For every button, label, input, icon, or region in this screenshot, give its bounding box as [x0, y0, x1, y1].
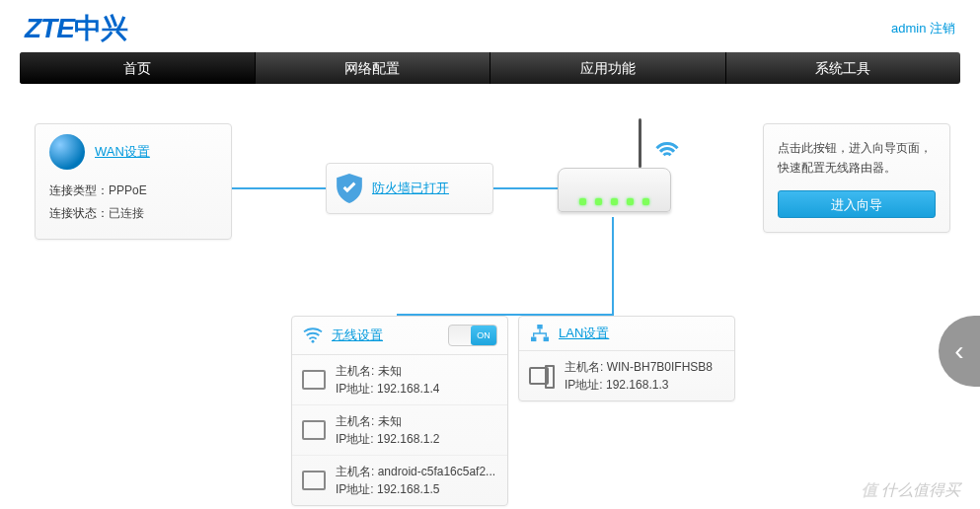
desktop-icon	[529, 365, 555, 387]
wifi-settings-link[interactable]: 无线设置	[332, 327, 440, 344]
tab-apps[interactable]: 应用功能	[490, 52, 726, 84]
led-icon	[611, 198, 618, 205]
lan-settings-link[interactable]: LAN设置	[559, 325, 724, 342]
wan-type-row: 连接类型：PPPoE	[49, 180, 217, 202]
led-icon	[579, 198, 586, 205]
tab-home[interactable]: 首页	[20, 52, 256, 84]
brand-logo: ZTE中兴	[25, 10, 127, 47]
globe-icon	[49, 134, 85, 170]
svg-rect-3	[544, 337, 549, 342]
led-icon	[595, 198, 602, 205]
laptop-icon	[302, 370, 326, 390]
device-row[interactable]: 主机名: 未知IP地址: 192.168.1.4	[292, 355, 507, 405]
router-body	[558, 168, 671, 212]
shield-icon	[337, 174, 362, 203]
antenna-icon	[639, 118, 641, 168]
led-icon	[627, 198, 634, 205]
router-graphic	[558, 118, 686, 237]
wifi-toggle[interactable]: ON	[448, 325, 497, 346]
firewall-card: 防火墙已打开	[326, 163, 493, 214]
connector-line	[493, 187, 567, 189]
wifi-card: 无线设置 ON 主机名: 未知IP地址: 192.168.1.4 主机名: 未知…	[291, 316, 508, 506]
wan-settings-link[interactable]: WAN设置	[95, 143, 150, 161]
led-icon	[642, 198, 649, 205]
lan-card: LAN设置 主机名: WIN-BH7B0IFHSB8IP地址: 192.168.…	[518, 316, 735, 401]
laptop-icon	[302, 420, 326, 440]
username[interactable]: admin	[891, 21, 926, 36]
main-nav: 首页 网络配置 应用功能 系统工具	[20, 52, 960, 84]
watermark: 值 什么值得买	[862, 480, 960, 501]
tab-system[interactable]: 系统工具	[726, 52, 961, 84]
connector-line	[232, 187, 326, 189]
laptop-icon	[302, 471, 326, 490]
logout-link[interactable]: 注销	[930, 21, 955, 36]
device-row[interactable]: 主机名: 未知IP地址: 192.168.1.2	[292, 405, 507, 456]
svg-point-0	[312, 340, 315, 343]
guide-card: 点击此按钮，进入向导页面，快速配置无线路由器。 进入向导	[763, 123, 950, 233]
device-row[interactable]: 主机名: android-c5fa16c5af2...IP地址: 192.168…	[292, 456, 507, 505]
wifi-icon	[302, 327, 324, 344]
guide-text: 点击此按钮，进入向导页面，快速配置无线路由器。	[778, 138, 936, 179]
device-row[interactable]: 主机名: WIN-BH7B0IFHSB8IP地址: 192.168.1.3	[519, 351, 734, 400]
guide-button[interactable]: 进入向导	[778, 190, 936, 218]
svg-rect-2	[531, 337, 536, 342]
wifi-signal-icon	[653, 133, 681, 161]
firewall-link[interactable]: 防火墙已打开	[372, 180, 449, 197]
tab-network[interactable]: 网络配置	[256, 52, 491, 84]
user-area: admin 注销	[891, 20, 955, 37]
wan-status-row: 连接状态：已连接	[49, 202, 217, 225]
wan-card: WAN设置 连接类型：PPPoE 连接状态：已连接	[35, 123, 232, 240]
svg-rect-1	[537, 325, 542, 329]
network-icon	[529, 325, 551, 342]
